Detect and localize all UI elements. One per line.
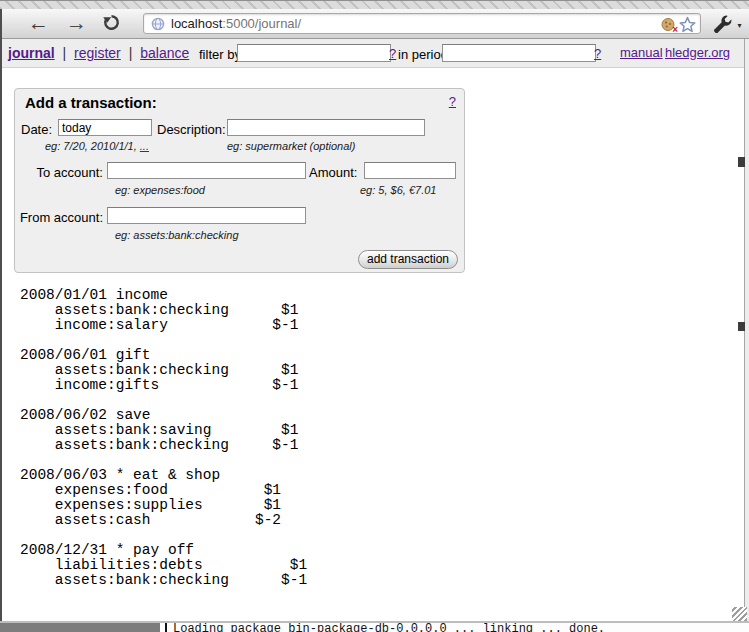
bookmark-star-icon[interactable]	[679, 16, 696, 33]
nav-balance-link[interactable]: balance	[140, 45, 189, 61]
amount-label: Amount:	[309, 165, 357, 180]
to-account-input[interactable]	[107, 162, 306, 179]
reload-button[interactable]	[102, 12, 121, 38]
cookie-blocked-icon[interactable]: ×	[661, 17, 676, 32]
date-hint-text: eg: 7/20, 2010/1/1,	[45, 140, 140, 152]
hledger-org-link[interactable]: hledger.org	[665, 45, 730, 60]
section-links: journal | register | balance	[8, 45, 189, 61]
from-account-input[interactable]	[107, 207, 306, 224]
terminal-border	[165, 623, 167, 632]
date-hint: eg: 7/20, 2010/1/1, ...	[45, 140, 149, 152]
terminal-output-text: Loading package bin-package-db-0.0.0.0 .…	[173, 623, 605, 632]
window-right-border	[744, 39, 745, 632]
nav-journal-link[interactable]: journal	[8, 45, 55, 61]
scrollbar-mark-top	[738, 157, 745, 167]
window-left-border	[0, 9, 2, 623]
window-titlebar-stripes	[0, 0, 749, 9]
url-host: localhost	[171, 16, 222, 31]
description-input[interactable]	[227, 119, 425, 136]
nav-separator: |	[63, 45, 67, 61]
filter-input[interactable]	[237, 44, 391, 62]
journal-entries: 2008/01/01 income assets:bank:checking $…	[20, 288, 307, 588]
nav-separator: |	[129, 45, 133, 61]
filter-help-link[interactable]: ?	[389, 46, 396, 61]
reload-icon	[102, 13, 121, 32]
address-bar[interactable]: localhost:5000/journal/ ×	[143, 13, 701, 34]
scrollbar-mark-bottom	[738, 322, 745, 331]
from-account-hint: eg: assets:bank:checking	[115, 229, 239, 241]
add-transaction-form: Add a transaction: ? Date: Description: …	[14, 88, 465, 273]
period-input[interactable]	[442, 44, 596, 62]
form-title: Add a transaction:	[25, 94, 157, 111]
wrench-menu-button[interactable]: ▾	[713, 14, 741, 38]
description-label: Description:	[157, 122, 226, 137]
terminal-window-peek: Loading package bin-package-db-0.0.0.0 .…	[160, 623, 749, 632]
wrench-icon	[713, 14, 733, 34]
window-right-gutter	[745, 39, 749, 622]
hledger-navbar: journal | register | balance filter by: …	[0, 39, 749, 68]
cookie-x-mark: ×	[672, 24, 678, 35]
browser-toolbar: ← → localhost:5000/journal/	[0, 9, 749, 39]
description-hint: eg: supermarket (optional)	[227, 140, 355, 152]
add-transaction-button[interactable]: add transaction	[358, 250, 458, 269]
manual-link[interactable]: manual	[620, 45, 663, 60]
to-account-label: To account:	[15, 165, 103, 180]
url-path: :5000/journal/	[222, 16, 301, 31]
date-hint-more-link[interactable]: ...	[140, 140, 149, 152]
resize-grip-icon[interactable]	[732, 607, 747, 622]
date-input[interactable]	[58, 119, 152, 136]
period-help-link[interactable]: ?	[594, 46, 601, 61]
form-help-link[interactable]: ?	[449, 94, 456, 109]
amount-input[interactable]	[364, 162, 456, 179]
wrench-caret: ▾	[737, 21, 741, 30]
from-account-label: From account:	[15, 210, 103, 225]
back-button[interactable]: ←	[28, 10, 49, 36]
forward-button[interactable]: →	[66, 10, 87, 36]
to-account-hint: eg: expenses:food	[115, 184, 205, 196]
globe-icon	[151, 17, 165, 31]
date-label: Date:	[21, 122, 52, 137]
amount-hint: eg: 5, $6, €7.01	[360, 184, 436, 196]
nav-register-link[interactable]: register	[74, 45, 121, 61]
